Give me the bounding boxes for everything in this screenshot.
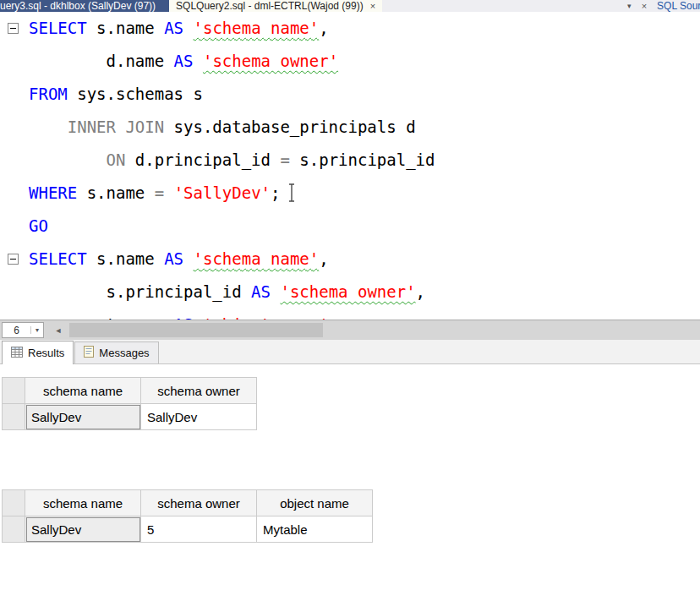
code-token: = xyxy=(155,183,164,202)
tab-sqlquery3[interactable]: uery3.sql - dkhlbox (SallyDev (97)) xyxy=(0,0,169,12)
code-token: AS xyxy=(251,282,271,301)
grid-cell[interactable]: 5 xyxy=(141,516,257,543)
scrollbar-thumb[interactable] xyxy=(69,323,323,337)
code-token: s.principal_id xyxy=(29,282,251,301)
code-token: AS xyxy=(164,249,183,268)
code-line[interactable]: FROM sys.schemas s xyxy=(29,78,700,111)
grid-cell[interactable]: SallyDev xyxy=(141,404,257,430)
minus-icon xyxy=(10,259,16,260)
ssms-window: uery3.sql - dkhlbox (SallyDev (97)) SQLQ… xyxy=(0,0,700,612)
chevron-down-icon[interactable]: ▾ xyxy=(30,326,43,334)
grid-cell[interactable]: Mytable xyxy=(257,516,373,543)
grid-cell[interactable]: SallyDev xyxy=(25,404,141,430)
tab-sqlquery2[interactable]: SQLQuery2.sql - dml-ECTRL(Wajod (99)) × xyxy=(169,0,382,12)
code-token: s.principal_id xyxy=(290,150,435,169)
results-pane: schema nameschema ownerSallyDevSallyDev … xyxy=(0,377,700,612)
grid-column-header[interactable]: schema name xyxy=(25,490,141,516)
code-token: 'object name' xyxy=(203,315,329,320)
code-token: d.name xyxy=(29,52,174,70)
grid-row: SallyDev5Mytable xyxy=(3,516,373,543)
code-token: , xyxy=(319,19,328,37)
code-token: GO xyxy=(29,216,48,235)
code-token: sys.schemas s xyxy=(68,85,203,103)
code-line[interactable]: SELECT s.name AS 'schema name', xyxy=(29,243,700,276)
code-token xyxy=(183,249,193,268)
code-token: sys.database_principals d xyxy=(164,117,415,136)
grid-row-header[interactable] xyxy=(3,516,25,543)
close-icon[interactable]: × xyxy=(370,2,375,11)
code-line[interactable]: t.name AS 'object name' xyxy=(29,309,700,320)
grid-row-header[interactable] xyxy=(3,404,25,430)
grid-corner-cell[interactable] xyxy=(3,378,25,404)
code-token: SELECT xyxy=(29,249,87,268)
code-token: ; xyxy=(271,183,280,202)
zoom-dropdown[interactable]: 6 ▾ xyxy=(2,322,44,338)
tab-results-label: Results xyxy=(28,347,64,359)
horizontal-scrollbar[interactable]: ◄ xyxy=(49,320,700,340)
code-token xyxy=(29,150,107,169)
code-token: s.name xyxy=(87,19,165,37)
results-grid-icon xyxy=(11,347,23,360)
code-line[interactable]: WHERE s.name = 'SallyDev'; xyxy=(29,177,700,210)
code-token: INNER JOIN xyxy=(68,117,164,136)
code-line[interactable]: INNER JOIN sys.database_principals d xyxy=(29,111,700,144)
results-tab-strip: Results Messages xyxy=(0,340,700,364)
messages-icon xyxy=(84,346,94,360)
tab-sql-source[interactable]: SQL Source xyxy=(657,0,700,12)
tab-bar-right: ▾ × SQL Source xyxy=(382,0,700,12)
results-grid-1-container: schema nameschema ownerSallyDevSallyDev xyxy=(2,377,700,430)
scroll-left-arrow-icon[interactable]: ◄ xyxy=(49,320,68,340)
code-token: t.name xyxy=(29,315,174,320)
code-token xyxy=(29,117,68,136)
code-line[interactable]: ON d.principal_id = s.principal_id xyxy=(29,144,700,177)
code-token: d.principal_id xyxy=(125,150,280,169)
document-tab-bar: uery3.sql - dkhlbox (SallyDev (97)) SQLQ… xyxy=(0,0,700,12)
text-cursor-icon xyxy=(287,183,296,202)
tab-sqlquery3-label: uery3.sql - dkhlbox (SallyDev (97)) xyxy=(0,0,156,12)
grid-column-header[interactable]: schema owner xyxy=(141,378,257,404)
code-token xyxy=(164,183,173,202)
code-token: 'schema owner' xyxy=(280,282,415,301)
code-token: 'SallyDev' xyxy=(174,183,271,202)
code-token: 'schema name' xyxy=(194,249,320,268)
minus-icon xyxy=(10,28,16,29)
sql-editor[interactable]: SELECT s.name AS 'schema name', d.name A… xyxy=(0,12,700,320)
code-token: AS xyxy=(164,19,183,37)
code-line[interactable]: s.principal_id AS 'schema owner', xyxy=(29,276,700,309)
code-token: WHERE xyxy=(29,183,77,202)
close-icon[interactable]: × xyxy=(642,1,647,11)
code-token: s.name xyxy=(87,249,165,268)
code-line[interactable]: GO xyxy=(29,210,700,243)
code-token: AS xyxy=(174,315,194,320)
grid-column-header[interactable]: schema owner xyxy=(141,490,257,516)
fold-collapse-box[interactable] xyxy=(8,254,19,265)
code-token: FROM xyxy=(29,85,68,103)
editor-bottom-bar: 6 ▾ ◄ xyxy=(0,320,700,340)
zoom-value: 6 xyxy=(3,325,30,336)
results-grid-2-container: schema nameschema ownerobject nameSallyD… xyxy=(2,489,700,543)
grid-corner-cell[interactable] xyxy=(3,490,25,516)
code-token xyxy=(193,315,202,320)
code-token: SELECT xyxy=(29,19,87,37)
code-area: SELECT s.name AS 'schema name', d.name A… xyxy=(0,12,700,320)
code-token: 'schema name' xyxy=(194,19,320,37)
code-token xyxy=(183,19,193,37)
fold-collapse-box[interactable] xyxy=(8,23,19,34)
grid-row: SallyDevSallyDev xyxy=(3,404,257,430)
code-token: s.name xyxy=(77,183,155,202)
chevron-down-icon[interactable]: ▾ xyxy=(627,2,632,10)
code-token: , xyxy=(319,249,328,268)
code-line[interactable]: d.name AS 'schema owner' xyxy=(29,45,700,78)
code-token: = xyxy=(280,150,289,169)
code-line[interactable]: SELECT s.name AS 'schema name', xyxy=(29,12,700,45)
tab-results[interactable]: Results xyxy=(2,341,74,364)
code-token: AS xyxy=(174,52,194,70)
code-token: , xyxy=(416,282,425,301)
tab-sqlquery2-label: SQLQuery2.sql - dml-ECTRL(Wajod (99)) xyxy=(176,0,364,12)
grid-column-header[interactable]: object name xyxy=(257,490,373,516)
tab-messages[interactable]: Messages xyxy=(74,342,158,363)
results-grid: schema nameschema ownerSallyDevSallyDev xyxy=(2,377,257,430)
grid-cell[interactable]: SallyDev xyxy=(25,516,141,543)
code-token xyxy=(193,52,202,70)
grid-column-header[interactable]: schema name xyxy=(25,378,141,404)
